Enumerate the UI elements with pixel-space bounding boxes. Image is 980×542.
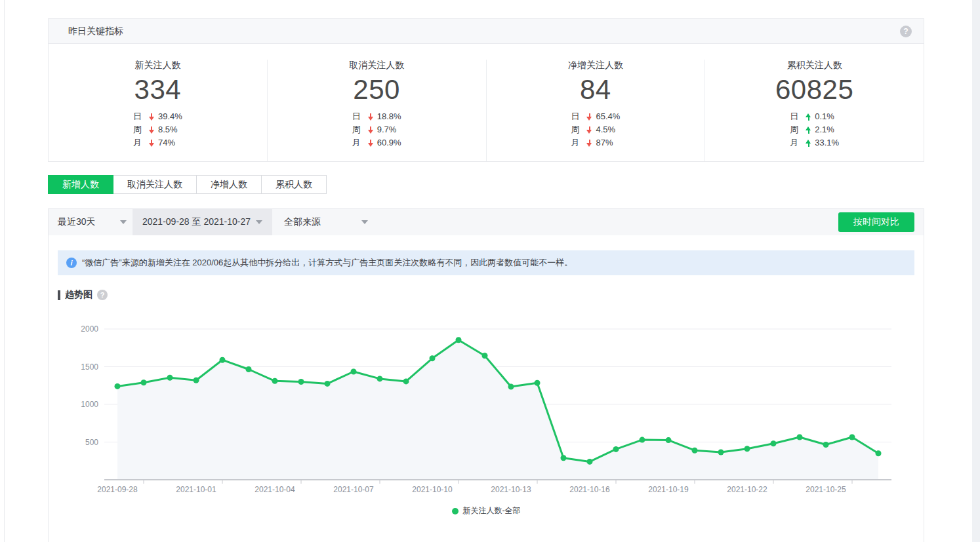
svg-text:2021-10-01: 2021-10-01 bbox=[176, 485, 216, 494]
tab-新增人数[interactable]: 新增人数 bbox=[48, 175, 113, 194]
svg-text:2021-10-22: 2021-10-22 bbox=[727, 485, 767, 494]
date-range-preset-label: 最近30天 bbox=[58, 216, 96, 228]
period-label: 日 bbox=[790, 110, 806, 123]
trend-chart[interactable]: 5001000150020002021-09-282021-10-012021-… bbox=[49, 311, 924, 503]
metric-value: 250 bbox=[268, 75, 486, 104]
metric-trend-row: 日 18.8% bbox=[352, 110, 401, 123]
metric-label: 净增关注人数 bbox=[487, 60, 705, 71]
period-label: 周 bbox=[352, 123, 368, 136]
metric-trend-row: 周 8.5% bbox=[133, 123, 182, 136]
percent-value: 0.1% bbox=[815, 110, 834, 123]
period-label: 周 bbox=[571, 123, 586, 136]
percent-value: 39.4% bbox=[158, 110, 182, 123]
metric-value: 84 bbox=[487, 75, 705, 104]
period-label: 月 bbox=[133, 136, 149, 149]
arrow-down-icon bbox=[586, 113, 592, 121]
metric-trend-row: 日 0.1% bbox=[790, 110, 839, 123]
metric-trend-row: 周 4.5% bbox=[571, 123, 620, 136]
arrow-down-icon bbox=[149, 113, 155, 121]
key-metrics-header: 昨日关键指标 ? bbox=[49, 19, 924, 44]
period-label: 日 bbox=[352, 110, 368, 123]
period-label: 月 bbox=[352, 136, 368, 149]
question-icon[interactable]: ? bbox=[97, 290, 108, 300]
metric-trend-row: 周 9.7% bbox=[352, 123, 401, 136]
question-icon[interactable]: ? bbox=[900, 26, 912, 37]
svg-text:500: 500 bbox=[85, 438, 98, 447]
percent-value: 74% bbox=[158, 136, 175, 149]
metric-column: 取消关注人数 250 日 18.8% 周 9.7% 月 60.9% bbox=[268, 60, 487, 161]
svg-text:2021-10-04: 2021-10-04 bbox=[255, 485, 295, 494]
filter-bar: 最近30天 2021-09-28 至 2021-10-27 全部来源 按时间对比 bbox=[49, 209, 924, 235]
chart-legend[interactable]: 新关注人数-全部 bbox=[49, 505, 924, 516]
period-label: 月 bbox=[790, 136, 806, 149]
info-icon: i bbox=[66, 258, 77, 268]
arrow-down-icon bbox=[586, 140, 592, 147]
metric-label: 新关注人数 bbox=[49, 60, 267, 71]
key-metrics-title: 昨日关键指标 bbox=[49, 26, 123, 37]
percent-value: 60.9% bbox=[377, 136, 401, 149]
tab-净增人数[interactable]: 净增人数 bbox=[196, 175, 262, 194]
chevron-down-icon bbox=[361, 220, 368, 224]
trend-line-chart[interactable]: 5001000150020002021-09-282021-10-012021-… bbox=[49, 311, 924, 501]
trend-panel: 最近30天 2021-09-28 至 2021-10-27 全部来源 按时间对比… bbox=[48, 208, 924, 542]
metric-rows: 日 0.1% 周 2.1% 月 33.1% bbox=[790, 110, 839, 149]
compare-by-time-button[interactable]: 按时间对比 bbox=[838, 212, 914, 232]
legend-marker-icon bbox=[452, 508, 459, 514]
trend-chart-title: 趋势图 bbox=[65, 289, 92, 301]
section-marker bbox=[58, 290, 60, 300]
notice-banner: i “微信广告”来源的新增关注在 2020/06起从其他中拆分给出，计算方式与广… bbox=[58, 250, 914, 275]
key-metrics-body: 新关注人数 334 日 39.4% 周 8.5% 月 74% 取消关注人数 25… bbox=[49, 44, 924, 161]
metric-trend-row: 月 33.1% bbox=[790, 136, 839, 149]
percent-value: 4.5% bbox=[596, 123, 615, 136]
metric-trend-row: 月 87% bbox=[571, 136, 620, 149]
metric-trend-row: 月 60.9% bbox=[352, 136, 401, 149]
metric-rows: 日 39.4% 周 8.5% 月 74% bbox=[133, 110, 182, 149]
metric-label: 取消关注人数 bbox=[268, 60, 486, 71]
date-range-preset-dropdown[interactable]: 最近30天 bbox=[53, 209, 127, 235]
svg-text:1000: 1000 bbox=[81, 400, 98, 409]
percent-value: 33.1% bbox=[815, 136, 839, 149]
date-range-dropdown[interactable]: 2021-09-28 至 2021-10-27 bbox=[133, 209, 272, 235]
tab-累积人数[interactable]: 累积人数 bbox=[261, 175, 327, 194]
metric-trend-row: 日 39.4% bbox=[133, 110, 182, 123]
source-value: 全部来源 bbox=[284, 216, 321, 228]
svg-text:2021-10-19: 2021-10-19 bbox=[648, 485, 689, 494]
arrow-up-icon bbox=[806, 126, 811, 134]
percent-value: 65.4% bbox=[596, 110, 620, 123]
svg-text:2021-10-10: 2021-10-10 bbox=[412, 485, 453, 494]
metric-rows: 日 18.8% 周 9.7% 月 60.9% bbox=[352, 110, 401, 149]
arrow-down-icon bbox=[149, 126, 155, 134]
metric-value: 334 bbox=[49, 75, 267, 104]
period-label: 月 bbox=[571, 136, 586, 149]
percent-value: 8.5% bbox=[158, 123, 178, 136]
arrow-down-icon bbox=[368, 140, 374, 147]
svg-text:2000: 2000 bbox=[81, 324, 98, 334]
arrow-down-icon bbox=[368, 113, 374, 121]
chevron-down-icon bbox=[256, 220, 262, 224]
arrow-up-icon bbox=[806, 140, 811, 147]
svg-text:2021-10-16: 2021-10-16 bbox=[569, 485, 610, 494]
metric-column: 净增关注人数 84 日 65.4% 周 4.5% 月 87% bbox=[487, 60, 706, 161]
svg-text:2021-10-07: 2021-10-07 bbox=[333, 485, 374, 494]
percent-value: 87% bbox=[596, 136, 613, 149]
metric-rows: 日 65.4% 周 4.5% 月 87% bbox=[571, 110, 620, 149]
date-range-value: 2021-09-28 至 2021-10-27 bbox=[142, 216, 251, 228]
percent-value: 2.1% bbox=[815, 123, 834, 136]
metric-label: 累积关注人数 bbox=[705, 60, 924, 71]
metric-value: 60825 bbox=[705, 75, 924, 104]
scrollbar-track[interactable] bbox=[972, 0, 980, 542]
key-metrics-card: 昨日关键指标 ? 新关注人数 334 日 39.4% 周 8.5% 月 74% … bbox=[48, 18, 924, 162]
legend-label: 新关注人数-全部 bbox=[463, 505, 521, 516]
notice-text: “微信广告”来源的新增关注在 2020/06起从其他中拆分给出，计算方式与广告主… bbox=[82, 257, 573, 269]
page-left-divider bbox=[4, 0, 5, 542]
percent-value: 18.8% bbox=[377, 110, 401, 123]
metric-tabs: 新增人数取消关注人数净增人数累积人数 bbox=[48, 175, 327, 194]
trend-chart-header: 趋势图 ? bbox=[58, 289, 924, 301]
period-label: 日 bbox=[571, 110, 586, 123]
tab-取消关注人数[interactable]: 取消关注人数 bbox=[113, 175, 197, 194]
source-dropdown[interactable]: 全部来源 bbox=[279, 209, 368, 235]
arrow-up-icon bbox=[806, 113, 811, 121]
svg-text:2021-09-28: 2021-09-28 bbox=[97, 485, 138, 494]
metric-column: 累积关注人数 60825 日 0.1% 周 2.1% 月 33.1% bbox=[705, 60, 924, 161]
svg-text:2021-10-13: 2021-10-13 bbox=[491, 485, 531, 494]
